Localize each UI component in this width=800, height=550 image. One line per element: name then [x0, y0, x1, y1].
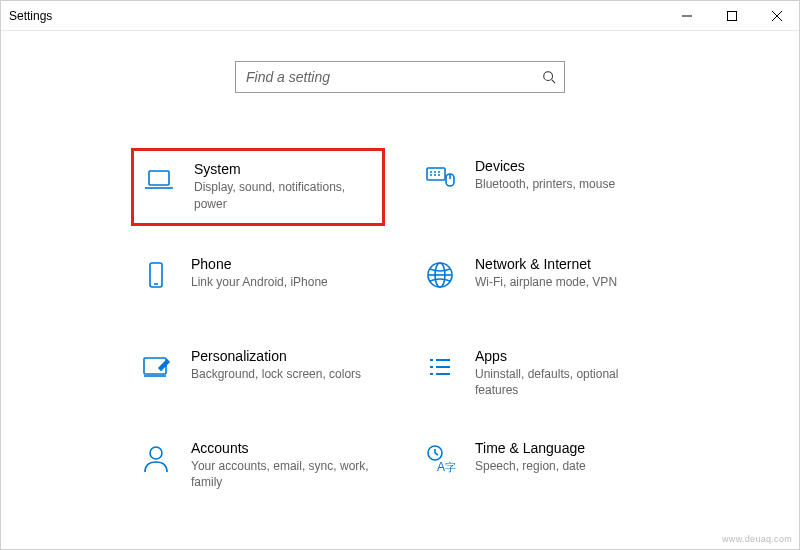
category-title: Time & Language: [475, 440, 661, 456]
category-text: Apps Uninstall, defaults, optional featu…: [475, 348, 661, 400]
category-title: Devices: [475, 158, 661, 174]
time-language-icon: A 字: [423, 442, 457, 476]
category-desc: Wi-Fi, airplane mode, VPN: [475, 274, 661, 291]
keyboard-mouse-icon: [423, 160, 457, 194]
window-title: Settings: [9, 9, 52, 23]
category-grid: System Display, sound, notifications, po…: [41, 148, 759, 502]
laptop-icon: [142, 163, 176, 197]
phone-icon: [139, 258, 173, 292]
watermark: www.deuaq.com: [722, 534, 792, 544]
titlebar: Settings: [1, 1, 799, 31]
category-text: Personalization Background, lock screen,…: [191, 348, 377, 383]
close-button[interactable]: [754, 1, 799, 31]
category-text: Phone Link your Android, iPhone: [191, 256, 377, 291]
category-title: Phone: [191, 256, 377, 272]
category-network[interactable]: Network & Internet Wi-Fi, airplane mode,…: [415, 246, 669, 318]
category-text: Network & Internet Wi-Fi, airplane mode,…: [475, 256, 661, 291]
category-text: Accounts Your accounts, email, sync, wor…: [191, 440, 377, 492]
category-text: Devices Bluetooth, printers, mouse: [475, 158, 661, 193]
category-accounts[interactable]: Accounts Your accounts, email, sync, wor…: [131, 430, 385, 502]
svg-line-33: [435, 453, 438, 455]
category-title: System: [194, 161, 374, 177]
category-phone[interactable]: Phone Link your Android, iPhone: [131, 246, 385, 318]
svg-rect-1: [727, 12, 736, 21]
svg-point-4: [544, 72, 553, 81]
category-desc: Uninstall, defaults, optional features: [475, 366, 661, 400]
search-row: [41, 61, 759, 93]
minimize-button[interactable]: [664, 1, 709, 31]
category-devices[interactable]: Devices Bluetooth, printers, mouse: [415, 148, 669, 226]
category-title: Apps: [475, 348, 661, 364]
category-desc: Your accounts, email, sync, work, family: [191, 458, 377, 492]
svg-rect-8: [427, 168, 445, 180]
svg-text:A: A: [437, 460, 445, 474]
paintbrush-icon: [139, 350, 173, 384]
category-desc: Display, sound, notifications, power: [194, 179, 374, 213]
category-time-language[interactable]: A 字 Time & Language Speech, region, date: [415, 430, 669, 502]
settings-window: Settings: [0, 0, 800, 550]
search-icon[interactable]: [540, 68, 558, 86]
content-area: System Display, sound, notifications, po…: [1, 31, 799, 549]
list-icon: [423, 350, 457, 384]
category-system[interactable]: System Display, sound, notifications, po…: [131, 148, 385, 226]
category-personalization[interactable]: Personalization Background, lock screen,…: [131, 338, 385, 410]
search-input[interactable]: [246, 69, 540, 85]
category-desc: Bluetooth, printers, mouse: [475, 176, 661, 193]
search-box[interactable]: [235, 61, 565, 93]
svg-text:字: 字: [445, 461, 456, 473]
svg-rect-6: [149, 171, 169, 185]
category-desc: Speech, region, date: [475, 458, 661, 475]
category-desc: Background, lock screen, colors: [191, 366, 377, 383]
category-text: Time & Language Speech, region, date: [475, 440, 661, 475]
category-title: Accounts: [191, 440, 377, 456]
category-title: Personalization: [191, 348, 377, 364]
globe-icon: [423, 258, 457, 292]
category-text: System Display, sound, notifications, po…: [194, 161, 374, 213]
svg-line-5: [552, 80, 556, 84]
maximize-button[interactable]: [709, 1, 754, 31]
svg-point-30: [150, 447, 162, 459]
window-controls: [664, 1, 799, 31]
category-apps[interactable]: Apps Uninstall, defaults, optional featu…: [415, 338, 669, 410]
category-title: Network & Internet: [475, 256, 661, 272]
person-icon: [139, 442, 173, 476]
category-desc: Link your Android, iPhone: [191, 274, 377, 291]
